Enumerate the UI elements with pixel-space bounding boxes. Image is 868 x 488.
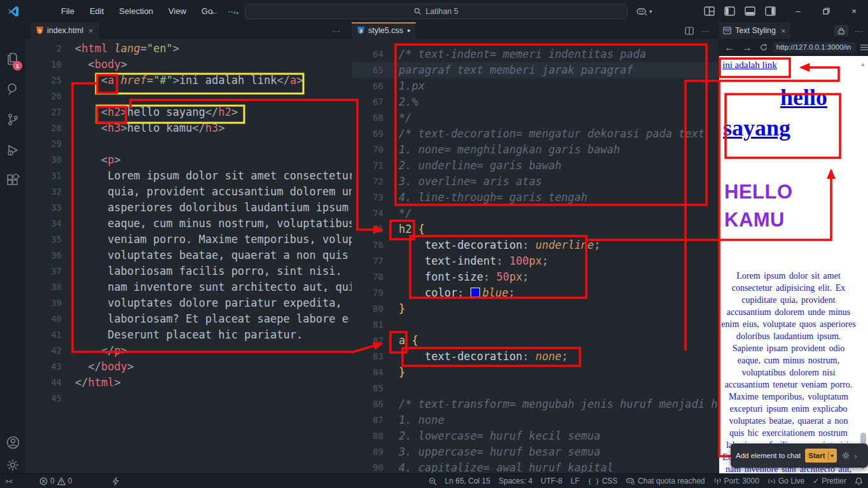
code-line-84[interactable]: 84} <box>352 365 719 380</box>
sidebar-item-explorer[interactable]: 1 <box>0 46 25 71</box>
browser-pane-actions[interactable]: ··· <box>834 22 863 39</box>
code-line-34[interactable]: 34 eaque, cum minus nostrum, voluptatibu… <box>25 216 352 232</box>
code-line-25[interactable]: 25 <a href="#">ini adalah link</a> <box>25 73 352 88</box>
go-live-button[interactable]: Go Live <box>768 477 804 485</box>
code-line-82[interactable]: 82a { <box>352 333 719 349</box>
restore-button[interactable] <box>812 0 840 22</box>
sidebar-item-search[interactable] <box>0 76 25 102</box>
code-line-43[interactable]: 43 </body> <box>25 359 352 375</box>
menu-selection[interactable]: Selection <box>119 6 153 16</box>
code-line-78[interactable]: 78 font-size: 50px; <box>352 269 719 285</box>
code-line-71[interactable]: 712. underline= garis bawah <box>352 158 719 174</box>
code-line-41[interactable]: 41 Deserunt placeat hic pariatur. <box>25 327 352 343</box>
close-tab-icon[interactable]: × <box>781 26 786 36</box>
language-mode[interactable]: { } CSS <box>588 477 617 485</box>
encoding[interactable]: UTF-8 <box>541 477 562 485</box>
code-line-86[interactable]: 86/* text-transform= mengubah jenis huru… <box>352 396 719 412</box>
code-line-31[interactable]: 31 Lorem ipsum dolor sit amet consectetu… <box>25 168 352 184</box>
code-line-33[interactable]: 33 asperiores doloribus laudantium ipsum <box>25 200 352 216</box>
code-line-87[interactable]: 871. none <box>352 412 719 428</box>
code-line-70[interactable]: 701. none= menghilangkan garis bawah <box>352 142 719 158</box>
toggle-panel-icon[interactable] <box>745 6 755 16</box>
code-line-73[interactable]: 734. line-through= garis tengah <box>352 190 719 206</box>
code-line-89[interactable]: 893. uppercase= huruf besar semua <box>352 444 719 460</box>
copilot-button[interactable]: ▾ <box>636 0 652 22</box>
modified-dot-icon[interactable]: ● <box>407 27 410 34</box>
tab-style5-css[interactable]: 3 style5.css ● <box>352 22 416 39</box>
code-line-77[interactable]: 77 text-indent: 100px; <box>352 253 719 269</box>
remote-indicator[interactable]: >< <box>5 478 13 485</box>
cursor-position[interactable]: Ln 65, Col 15 <box>445 477 490 485</box>
code-line-30[interactable]: 30 <p> <box>25 152 352 168</box>
split-editor-icon[interactable] <box>685 27 694 35</box>
more-actions-icon[interactable]: ··· <box>701 26 710 36</box>
tab-index-html[interactable]: 5 index.html × <box>31 22 99 39</box>
code-line-83[interactable]: 83 text-decoration: none; <box>352 349 719 365</box>
browser-forward-icon[interactable]: → <box>742 42 752 53</box>
prettier-indicator[interactable]: ✓ Prettier <box>813 477 846 485</box>
url-input[interactable]: http://127.0.0.1:3000/in <box>773 42 856 53</box>
code-line-72[interactable]: 723. overline= aris atas <box>352 174 719 190</box>
code-line-75[interactable]: 75h2 { <box>352 221 719 237</box>
toggle-secondary-sidebar-icon[interactable] <box>765 6 776 16</box>
menu-view[interactable]: View <box>169 6 186 16</box>
code-line-65[interactable]: 65paragraf text memberi jarak paragraf <box>352 62 719 78</box>
port-indicator[interactable]: Port: 3000 <box>713 477 759 485</box>
history-forward-icon[interactable]: → <box>231 6 240 17</box>
sidebar-item-extensions[interactable] <box>0 168 25 193</box>
code-line-35[interactable]: 35 veniam porro. Maxime temporibus, volu… <box>25 232 352 247</box>
lock-button[interactable] <box>834 25 848 36</box>
browser-back-icon[interactable]: ← <box>724 42 734 53</box>
code-line-42[interactable]: 42 </p> <box>25 343 352 359</box>
code-line-40[interactable]: 40 laboriosam? Et placeat saepe labore e <box>25 311 352 327</box>
code-line-67[interactable]: 672.% <box>352 94 719 110</box>
code-line-36[interactable]: 36 voluptates beatae, quaerat a non quis <box>25 247 352 263</box>
history-back-icon[interactable]: ← <box>210 6 219 17</box>
code-line-68[interactable]: 68*/ <box>352 110 719 126</box>
code-line-88[interactable]: 882. lowercase= huruf kecil semua <box>352 428 719 444</box>
more-actions-icon[interactable]: ··· <box>855 26 863 36</box>
code-line-10[interactable]: 10 <body> <box>25 57 352 73</box>
indentation[interactable]: Spaces: 4 <box>499 477 532 485</box>
problems-indicator[interactable]: 0 0 <box>39 477 72 485</box>
code-line-76[interactable]: 76 text-decoration: underline; <box>352 237 719 253</box>
html-code-editor[interactable]: 2<html lang="en">10 <body>25 <a href="#"… <box>25 39 352 474</box>
minimize-button[interactable]: – <box>784 0 812 22</box>
chevron-right-icon[interactable]: › <box>855 451 857 461</box>
code-line-32[interactable]: 32 quia, provident accusantium dolorem u… <box>25 184 352 200</box>
code-line-66[interactable]: 661.px <box>352 78 719 94</box>
code-line-74[interactable]: 74*/ <box>352 206 719 221</box>
code-line-39[interactable]: 39 voluptates dolore pariatur expedita, <box>25 295 352 311</box>
code-line-26[interactable]: 26 <box>25 88 352 104</box>
eol-sequence[interactable]: LF <box>570 477 579 485</box>
menu-edit[interactable]: Edit <box>90 6 104 16</box>
code-line-38[interactable]: 38 nam inventore sunt architecto aut, qu… <box>25 279 352 295</box>
code-line-2[interactable]: 2<html lang="en"> <box>25 41 352 57</box>
hamburger-menu-icon[interactable] <box>860 44 868 51</box>
code-line-85[interactable]: 85 <box>352 380 719 396</box>
reload-icon[interactable] <box>760 43 768 52</box>
code-line-27[interactable]: 27 <h2>hello sayang</h2> <box>25 104 352 120</box>
search-command-center[interactable]: Latihan 5 <box>245 4 628 19</box>
customize-layout-icon[interactable] <box>704 6 715 16</box>
power-indicator[interactable] <box>113 477 119 485</box>
toggle-sidebar-icon[interactable] <box>724 6 735 16</box>
code-line-45[interactable]: 45 <box>25 391 352 407</box>
sidebar-item-run-debug[interactable] <box>0 137 25 163</box>
code-line-64[interactable]: 64/* text-indent= memeri indentitas pada <box>352 46 719 62</box>
code-line-90[interactable]: 904. capitalize= awal huruf kapital <box>352 460 719 474</box>
copilot-status[interactable]: Chat quota reached <box>626 477 705 485</box>
editor-actions[interactable]: ··· <box>685 22 710 39</box>
close-tab-icon[interactable]: × <box>88 26 93 36</box>
start-button[interactable]: Start ▾ <box>805 449 836 463</box>
code-line-79[interactable]: 79 color: blue; <box>352 285 719 301</box>
code-line-28[interactable]: 28 <h3>hello kamu</h3> <box>25 120 352 136</box>
notifications-button[interactable] <box>855 477 863 485</box>
sidebar-item-source-control[interactable] <box>0 107 25 132</box>
code-line-44[interactable]: 44</html> <box>25 375 352 391</box>
code-line-29[interactable]: 29 <box>25 136 352 152</box>
close-window-button[interactable]: × <box>840 0 868 22</box>
code-line-69[interactable]: 69/* text-decoration= mengatur dekorasi … <box>352 126 719 142</box>
tab-text-styling[interactable]: Text Styling × <box>719 22 790 39</box>
zoom-out-indicator[interactable] <box>429 477 437 485</box>
